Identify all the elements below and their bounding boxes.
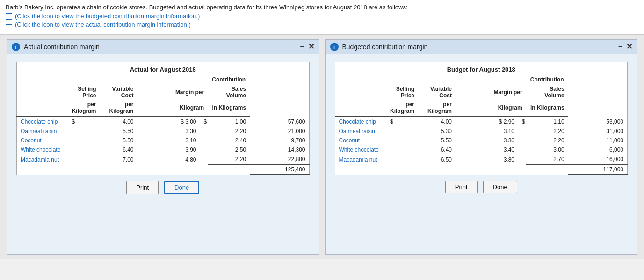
cm-sym: [518, 145, 526, 155]
budgeted-link-text[interactable]: (Click the icon to view the budgeted con…: [15, 13, 200, 20]
actual-info-icon[interactable]: i: [12, 43, 20, 51]
actual-col-sp2: per Kilogram: [68, 100, 100, 117]
variable-cost: $ 3.00: [137, 117, 200, 126]
product-name: Coconut: [17, 136, 68, 145]
selling-price: 5.50: [100, 136, 137, 145]
panels-row: i Actual contribution margin − ✕ Actual …: [0, 35, 644, 259]
selling-price-sym: [386, 126, 418, 136]
margin: 2.50: [208, 145, 250, 155]
budget-table-title: Budget for August 2018: [335, 62, 628, 75]
actual-col-sv: Sales Volume: [208, 84, 250, 100]
actual-panel-body: Actual for August 2018 Contribution Sell…: [7, 54, 319, 254]
budget-panel-title: Budgeted contribution margin: [342, 43, 428, 51]
cm-sym: [518, 155, 526, 164]
margin: 2.20: [526, 126, 568, 136]
actual-minimize-button[interactable]: −: [300, 43, 304, 51]
table-row: Chocolate chip $ 4.00 $ 3.00 $ 1.00 57,6…: [17, 117, 310, 126]
actual-link-text[interactable]: (Click the icon to view the actual contr…: [15, 21, 191, 28]
variable-cost: 3.40: [456, 145, 518, 155]
actual-panel-title: Actual contribution margin: [24, 43, 100, 51]
actual-contribution-label: Contribution: [208, 75, 250, 84]
cm-sym: [200, 155, 208, 164]
selling-price: 5.30: [418, 126, 456, 136]
budget-panel-header-left: i Budgeted contribution margin: [330, 43, 428, 51]
budget-minimize-button[interactable]: −: [618, 43, 622, 51]
table-row: Oatmeal raisin 5.50 3.30 2.20 21,000: [17, 126, 310, 136]
budget-print-button[interactable]: Print: [445, 181, 478, 193]
variable-cost: 3.90: [137, 145, 200, 155]
selling-price-sym: [68, 155, 100, 164]
margin: 2.20: [208, 155, 250, 164]
cm-sym: [200, 145, 208, 155]
actual-panel-controls: − ✕: [300, 43, 314, 51]
product-name: Coconut: [335, 136, 386, 145]
actual-done-button[interactable]: Done: [164, 181, 199, 194]
budget-col-mp: Margin per: [456, 84, 526, 100]
actual-panel-header-left: i Actual contribution margin: [12, 43, 100, 51]
product-name: White chocolate: [335, 145, 386, 155]
cm-sym: [518, 136, 526, 145]
actual-print-button[interactable]: Print: [126, 181, 159, 194]
budget-buttons: Print Done: [335, 181, 628, 193]
budget-panel-header: i Budgeted contribution margin − ✕: [326, 40, 637, 54]
product-name: Macadamia nut: [335, 155, 386, 164]
budget-panel-controls: − ✕: [618, 43, 632, 51]
volume: 6,000: [568, 145, 628, 155]
selling-price: 5.50: [100, 126, 137, 136]
table-row: White chocolate 6.40 3.90 2.50 14,300: [17, 145, 310, 155]
selling-price: 4.00: [100, 117, 137, 126]
selling-price-sym: [68, 136, 100, 145]
budget-close-button[interactable]: ✕: [626, 43, 632, 51]
product-name: Macadamia nut: [17, 155, 68, 164]
selling-price: 6.40: [418, 145, 456, 155]
total-value: 125,400: [250, 164, 309, 175]
volume: 11,000: [568, 136, 628, 145]
product-name: Oatmeal raisin: [335, 126, 386, 136]
table-row: White chocolate 6.40 3.40 3.00 6,000: [335, 145, 628, 155]
budget-contribution-label: Contribution: [526, 75, 568, 84]
selling-price: 4.00: [418, 117, 456, 126]
variable-cost: 3.80: [456, 155, 518, 164]
selling-price-sym: [386, 136, 418, 145]
cm-sym: [200, 126, 208, 136]
budget-info-icon[interactable]: i: [330, 43, 339, 51]
selling-price-sym: [386, 155, 418, 164]
budgeted-link[interactable]: (Click the icon to view the budgeted con…: [6, 13, 638, 20]
volume: 9,700: [250, 136, 309, 145]
variable-cost: 3.30: [456, 136, 518, 145]
actual-link[interactable]: (Click the icon to view the actual contr…: [6, 21, 638, 28]
actual-col-sv2: in Kilograms: [208, 100, 250, 117]
budget-col-sp: Selling Price: [386, 84, 418, 100]
volume: 22,800: [250, 155, 309, 164]
product-name: Chocolate chip: [335, 117, 386, 126]
actual-col-vc: Variable Cost: [100, 84, 137, 100]
volume: 14,300: [250, 145, 309, 155]
actual-col-mp2: Kilogram: [137, 100, 208, 117]
actual-table: Actual for August 2018 Contribution Sell…: [16, 62, 310, 175]
actual-close-button[interactable]: ✕: [308, 43, 314, 51]
budget-col-mp2: Kilogram: [456, 100, 526, 117]
selling-price-sym: [68, 126, 100, 136]
total-row: 125,400: [17, 164, 310, 175]
actual-col-sp: Selling Price: [68, 84, 100, 100]
intro-description: Barb's Bakery Inc. operates a chain of c…: [6, 4, 638, 11]
variable-cost: 4.80: [137, 155, 200, 164]
volume: 16,000: [568, 155, 628, 164]
variable-cost: 3.10: [456, 126, 518, 136]
margin: 2.70: [526, 155, 568, 164]
actual-col-mp: Margin per: [137, 84, 208, 100]
selling-price: 7.00: [100, 155, 137, 164]
budget-col-vc2: per Kilogram: [418, 100, 456, 117]
product-name: Chocolate chip: [17, 117, 68, 126]
table-row: Macadamia nut 7.00 4.80 2.20 22,800: [17, 155, 310, 164]
actual-table-title: Actual for August 2018: [17, 62, 310, 75]
selling-price-sym: [68, 145, 100, 155]
budget-panel: i Budgeted contribution margin − ✕ Budge…: [325, 39, 638, 255]
cm-sym: $: [200, 117, 208, 126]
variable-cost: $ 2.90: [456, 117, 518, 126]
intro-section: Barb's Bakery Inc. operates a chain of c…: [0, 0, 644, 35]
selling-price: 5.50: [418, 136, 456, 145]
volume: 21,000: [250, 126, 309, 136]
cm-sym: $: [518, 117, 526, 126]
budget-done-button[interactable]: Done: [483, 181, 517, 193]
